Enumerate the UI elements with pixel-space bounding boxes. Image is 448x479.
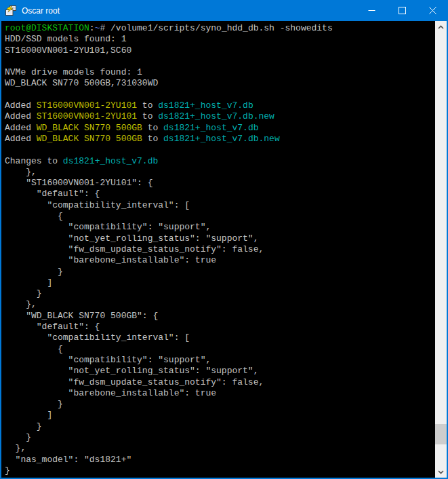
terminal-line: } (5, 465, 435, 476)
scrollbar-up-button[interactable] (435, 21, 447, 33)
terminal-line: root@DISKSTATION:~# /volume1/scripts/syn… (5, 23, 435, 34)
putty-icon[interactable] (5, 5, 16, 16)
terminal-line: } (5, 399, 435, 410)
terminal-line: } (5, 267, 435, 277)
terminal-line (5, 90, 435, 100)
titlebar[interactable]: Oscar root (0, 0, 448, 21)
terminal-line: Added WD_BLACK SN770 500GB to ds1821+_ho… (5, 134, 435, 145)
terminal-line: } (5, 432, 435, 443)
terminal-line: "fw_dsm_update_status_notify": false, (5, 377, 435, 388)
scrollbar[interactable] (435, 21, 447, 478)
terminal-line: ] (5, 410, 435, 421)
terminal-line: Changes to ds1821+_host_v7.db (5, 156, 435, 167)
terminal-line: "compatibility_interval": [ (5, 200, 435, 211)
terminal-line: "compatibility": "support", (5, 355, 435, 366)
minimize-button[interactable] (357, 0, 387, 21)
terminal-line: "barebone_installable": true (5, 388, 435, 399)
close-icon (429, 7, 436, 14)
terminal-line: }, (5, 299, 435, 310)
close-button[interactable] (418, 0, 448, 21)
terminal-line (5, 145, 435, 155)
terminal-line: "not_yet_rolling_status": "support", (5, 233, 435, 244)
terminal-line: "default": { (5, 322, 435, 332)
terminal-line: "barebone_installable": true (5, 255, 435, 266)
terminal-line: "fw_dsm_update_status_notify": false, (5, 244, 435, 255)
terminal-line: }, (5, 443, 435, 454)
maximize-button[interactable] (387, 0, 418, 21)
terminal-line: { (5, 344, 435, 355)
terminal-line: "compatibility_interval": [ (5, 332, 435, 343)
window-body: root@DISKSTATION:~# /volume1/scripts/syn… (0, 21, 448, 479)
terminal-line: WD_BLACK SN770 500GB,731030WD (5, 78, 435, 89)
scrollbar-down-button[interactable] (435, 466, 447, 478)
terminal-line: } (5, 421, 435, 432)
terminal-line: "WD_BLACK SN770 500GB": { (5, 311, 435, 322)
terminal-line: NVMe drive models found: 1 (5, 67, 435, 78)
terminal-line: } (5, 288, 435, 299)
terminal-line: "compatibility": "support", (5, 222, 435, 233)
caption-buttons (357, 0, 448, 21)
minimize-icon (368, 7, 375, 14)
terminal-line: Added ST16000VN001-2YU101 to ds1821+_hos… (5, 111, 435, 122)
terminal-line: Added WD_BLACK SN770 500GB to ds1821+_ho… (5, 123, 435, 134)
terminal-line (5, 56, 435, 67)
window-title: Oscar root (22, 6, 357, 16)
terminal-line: { (5, 211, 435, 222)
terminal-line: ST16000VN001-2YU101,SC60 (5, 45, 435, 56)
maximize-icon (399, 7, 406, 14)
terminal-line: "default": { (5, 189, 435, 199)
terminal-line: ] (5, 277, 435, 288)
terminal-line: HDD/SSD models found: 1 (5, 34, 435, 45)
terminal-output[interactable]: root@DISKSTATION:~# /volume1/scripts/syn… (1, 21, 435, 478)
terminal-line: Added ST16000VN001-2YU101 to ds1821+_hos… (5, 100, 435, 111)
terminal-line: }, (5, 167, 435, 178)
scrollbar-track[interactable] (435, 33, 447, 466)
scrollbar-thumb[interactable] (435, 424, 447, 444)
chevron-up-icon (438, 25, 444, 29)
terminal-line: "nas_model": "ds1821+" (5, 455, 435, 465)
terminal-line: "ST16000VN001-2YU101": { (5, 178, 435, 189)
putty-window: Oscar root root@DISKSTATION:~# /volume1/… (0, 0, 448, 479)
terminal-line: "not_yet_rolling_status": "support", (5, 366, 435, 377)
chevron-down-icon (438, 470, 444, 474)
